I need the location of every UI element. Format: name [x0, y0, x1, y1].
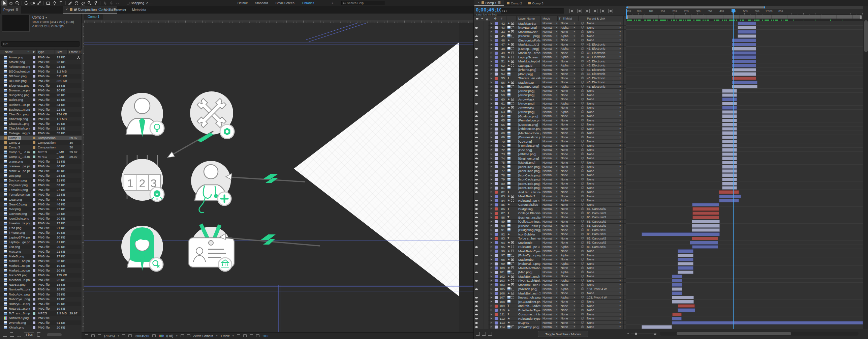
layer-label-chip[interactable]: [495, 165, 498, 168]
layer-name[interactable]: [iPhone.png]: [518, 68, 540, 72]
trkmat-dropdown[interactable]: None▾: [560, 144, 576, 148]
blend-mode-dropdown[interactable]: Normal▾: [542, 228, 558, 232]
project-row[interactable]: Gov.pngPNG file27 KB: [0, 207, 82, 211]
blend-mode-dropdown[interactable]: Normal▾: [542, 114, 558, 118]
project-row[interactable]: List.pngPNG file20 KB: [0, 245, 82, 249]
visibility-toggle[interactable]: [474, 144, 479, 148]
file-name[interactable]: iPhone.png: [9, 231, 25, 234]
parent-pickwhip-icon[interactable]: @: [581, 249, 584, 253]
layer-name[interactable]: MaskLaptopLid: [518, 59, 540, 63]
trkmat-dropdown[interactable]: None▾: [560, 106, 576, 110]
parent-link-dropdown[interactable]: None▾: [586, 325, 621, 329]
layer-row[interactable]: 48[Laptop....png]Normal▾Alpha▾@46. Elect…: [474, 47, 626, 51]
layer-label-chip[interactable]: [495, 22, 498, 25]
file-name[interactable]: BlogPosts.png: [9, 84, 29, 87]
layer-duration-bar[interactable]: [692, 216, 719, 219]
layer-label-chip[interactable]: [495, 119, 498, 122]
parent-pickwhip-icon[interactable]: @: [581, 266, 584, 270]
parent-link-dropdown[interactable]: 46. Electronic▾: [586, 68, 621, 72]
audio-toggle[interactable]: [479, 283, 484, 287]
visibility-toggle[interactable]: [474, 118, 479, 123]
layer-label-chip[interactable]: [495, 262, 498, 265]
trkmat-dropdown[interactable]: None▾: [560, 60, 576, 63]
twirl-arrow-icon[interactable]: [491, 153, 492, 155]
layer-label-chip[interactable]: [495, 68, 498, 72]
parent-pickwhip-icon[interactable]: @: [581, 97, 584, 101]
label-chip[interactable]: [33, 222, 35, 225]
trkmat-dropdown[interactable]: Alpha▾: [560, 199, 576, 202]
draft-3d-icon[interactable]: [577, 9, 582, 13]
layer-name[interactable]: MaskBol...nch 2: [518, 283, 540, 287]
layer-name[interactable]: [Budgeting.png]: [518, 228, 540, 232]
layer-name[interactable]: ElectronicsFollow: [518, 38, 540, 42]
trkmat-dropdown[interactable]: Alpha▾: [560, 55, 576, 59]
layer-label-chip[interactable]: [495, 35, 498, 38]
navigator-end-handle[interactable]: [764, 6, 765, 8]
trkmat-dropdown[interactable]: None▾: [560, 157, 576, 160]
label-chip[interactable]: [33, 84, 35, 87]
layer-duration-bar[interactable]: [722, 123, 737, 126]
parent-pickwhip-icon[interactable]: @: [581, 253, 584, 257]
layer-duration-bar[interactable]: [678, 249, 693, 253]
project-row[interactable]: NumberW...pngPNG file28 KB: [0, 287, 82, 292]
visibility-toggle[interactable]: [474, 291, 479, 295]
parent-link-dropdown[interactable]: None▾: [586, 140, 621, 143]
blend-mode-dropdown[interactable]: Normal▾: [542, 279, 558, 283]
layer-label-chip[interactable]: [495, 30, 498, 33]
project-row[interactable]: Doc.pngPNG file28 KB: [0, 173, 82, 178]
project-row[interactable]: BGSwirl.pngPNG file321 KB: [0, 79, 82, 83]
expand-inout-icon[interactable]: [482, 332, 486, 336]
layer-name[interactable]: [Arrow.png]: [518, 93, 540, 97]
layer-duration-bar[interactable]: [722, 169, 737, 173]
layer-row[interactable]: 101[Mac.png]Normal▾Alpha▾@None▾: [474, 270, 626, 275]
rotate-tool-icon[interactable]: [23, 0, 29, 6]
layer-label-chip[interactable]: [495, 266, 498, 270]
parent-pickwhip-icon[interactable]: @: [581, 102, 584, 105]
visibility-toggle[interactable]: [474, 114, 479, 118]
audio-toggle[interactable]: [479, 169, 484, 173]
lock-toggle[interactable]: [484, 207, 489, 211]
trkmat-dropdown[interactable]: None▾: [560, 275, 576, 278]
project-panel-tab[interactable]: Project ☰: [1, 6, 21, 13]
parent-pickwhip-icon[interactable]: @: [581, 161, 584, 164]
project-row[interactable]: ChartBo...pngPNG file734 KB: [0, 112, 82, 117]
project-row[interactable]: CheckMark.pngPNG file21 KB: [0, 126, 82, 131]
lock-toggle[interactable]: [484, 241, 489, 245]
file-name[interactable]: crane-w...pe.png: [9, 164, 30, 168]
label-chip[interactable]: [33, 56, 35, 59]
visibility-toggle[interactable]: [474, 93, 479, 97]
layer-row[interactable]: 111TConsume...nt toolsNormal▾None▾@None▾: [474, 312, 626, 317]
parent-pickwhip-icon[interactable]: @: [581, 325, 584, 329]
parent-pickwhip-icon[interactable]: @: [581, 216, 584, 219]
audio-toggle[interactable]: [479, 118, 484, 123]
parent-pickwhip-icon[interactable]: @: [581, 300, 584, 303]
blend-mode-dropdown[interactable]: Normal▾: [542, 232, 558, 236]
label-chip[interactable]: [33, 127, 35, 130]
lock-toggle[interactable]: [484, 283, 489, 287]
layer-row[interactable]: 53[iPhone.png]Normal▾None▾@46. Electroni…: [474, 68, 626, 72]
layer-duration-bar[interactable]: [732, 85, 757, 89]
layer-name[interactable]: [IconCircle.png]: [518, 165, 540, 169]
audio-toggle[interactable]: [479, 106, 484, 110]
lock-toggle[interactable]: [484, 236, 489, 241]
twirl-arrow-icon[interactable]: [491, 166, 492, 168]
project-row[interactable]: Comp 1_...d.mp4MPEG_ MB29.97: [0, 154, 82, 159]
layer-row[interactable]: 55TThere's...eir value...Normal▾None▾@46…: [474, 76, 626, 81]
trkmat-dropdown[interactable]: None▾: [560, 178, 576, 181]
active-camera-dropdown[interactable]: Active Camera: [193, 334, 213, 338]
visibility-toggle[interactable]: [474, 253, 479, 258]
audio-toggle[interactable]: [479, 304, 484, 308]
file-name[interactable]: Gear-10.png: [9, 202, 27, 206]
lock-toggle[interactable]: [484, 211, 489, 216]
trkmat-dropdown[interactable]: Alpha▾: [560, 85, 576, 89]
audio-toggle[interactable]: [479, 232, 484, 236]
twirl-arrow-icon[interactable]: [491, 254, 492, 256]
layer-label-chip[interactable]: [495, 212, 498, 215]
layer-name[interactable]: [Busine...nsult.png]: [518, 224, 540, 228]
twirl-arrow-icon[interactable]: [491, 182, 492, 185]
layer-row[interactable]: 58[Arrow.png]Normal▾None▾@None▾: [474, 89, 626, 93]
blend-mode-dropdown[interactable]: Normal▾: [542, 199, 558, 202]
lock-toggle[interactable]: [484, 198, 489, 203]
twirl-arrow-icon[interactable]: [491, 267, 492, 269]
layer-duration-bar[interactable]: [678, 258, 693, 261]
